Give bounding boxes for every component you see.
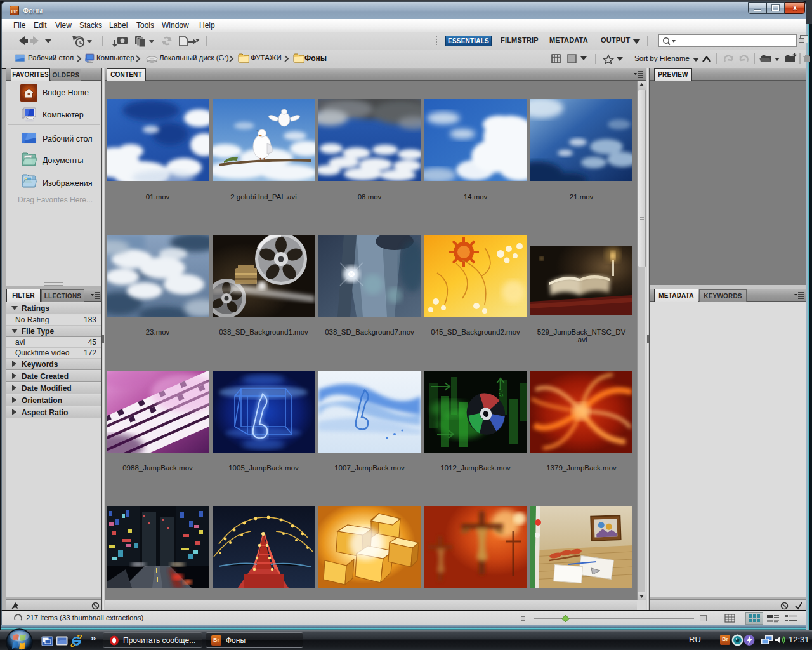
- svg-text:♪♫: ♪♫: [498, 388, 506, 397]
